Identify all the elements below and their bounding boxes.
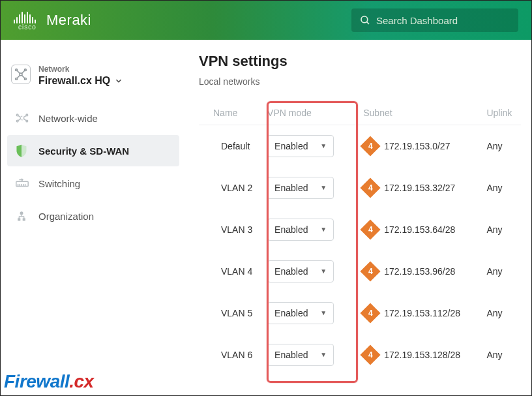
nav-label: Organization	[38, 211, 94, 222]
svg-point-6	[24, 78, 26, 80]
svg-rect-28	[18, 218, 20, 221]
vpn-mode-value: Enabled	[274, 224, 308, 235]
svg-point-0	[361, 16, 368, 23]
top-bar: cisco Meraki Search Dashboard	[1, 1, 531, 40]
svg-point-4	[24, 69, 26, 71]
uplink-value: Any	[486, 251, 521, 292]
vpn-mode-value: Enabled	[274, 308, 308, 318]
row-name: Default	[199, 125, 267, 167]
svg-point-5	[16, 78, 18, 80]
svg-line-8	[22, 71, 25, 74]
ipv4-badge-icon: 4	[361, 344, 381, 365]
watermark-part1: Firewall	[4, 371, 69, 391]
table-row: VLAN 3Enabled▼4172.19.153.64/28Any	[199, 209, 521, 251]
ipv4-badge-icon: 4	[361, 261, 381, 281]
col-uplink: Uplink	[486, 101, 521, 125]
nav-security-sdwan[interactable]: Security & SD-WAN	[7, 135, 179, 166]
nav-network-wide[interactable]: Network-wide	[7, 102, 179, 134]
vpn-mode-dropdown[interactable]: Enabled▼	[267, 302, 334, 324]
brand-logo: cisco Meraki	[14, 10, 91, 31]
vpn-mode-dropdown[interactable]: Enabled▼	[267, 135, 334, 157]
caret-down-icon: ▼	[320, 267, 327, 275]
nav-label: Security & SD-WAN	[38, 145, 129, 157]
subnet-value: 172.19.153.128/28	[384, 350, 460, 360]
table-row: DefaultEnabled▼4172.19.153.0/27Any	[199, 125, 521, 167]
vpn-mode-value: Enabled	[274, 183, 308, 193]
svg-point-15	[26, 120, 28, 122]
sidebar-nav: Network-wide Security & SD-WAN	[7, 102, 179, 232]
vpn-mode-dropdown[interactable]: Enabled▼	[267, 344, 334, 366]
svg-point-11	[20, 116, 24, 120]
vpn-mode-value: Enabled	[274, 141, 308, 151]
caret-down-icon: ▼	[320, 351, 327, 358]
col-name: Name	[199, 101, 267, 125]
search-icon	[359, 14, 371, 26]
subnet-value: 172.19.153.64/28	[384, 224, 455, 235]
row-name: VLAN 6	[199, 334, 267, 376]
vpn-mode-value: Enabled	[274, 350, 308, 360]
globe-nodes-icon	[15, 111, 33, 125]
nav-label: Network-wide	[38, 113, 98, 124]
svg-line-9	[18, 76, 20, 78]
caret-down-icon: ▼	[320, 142, 327, 149]
table-row: VLAN 5Enabled▼4172.19.153.112/28Any	[199, 292, 521, 334]
cisco-logo: cisco	[14, 10, 41, 31]
uplink-value: Any	[486, 125, 521, 167]
vpn-mode-dropdown[interactable]: Enabled▼	[267, 219, 334, 241]
organization-icon	[15, 209, 33, 222]
nav-organization[interactable]: Organization	[7, 200, 179, 232]
row-name: VLAN 2	[199, 167, 267, 209]
subnet-value: 172.19.153.96/28	[384, 266, 455, 277]
table-row: VLAN 4Enabled▼4172.19.153.96/28Any	[199, 251, 521, 292]
svg-point-3	[16, 69, 18, 71]
sidebar: Network Firewall.cx HQ	[1, 40, 186, 395]
svg-line-10	[22, 76, 25, 78]
uplink-value: Any	[486, 334, 521, 376]
uplink-value: Any	[486, 209, 521, 251]
svg-line-19	[23, 119, 26, 120]
ipv4-badge-icon: 4	[361, 177, 381, 198]
ipv4-badge-icon: 4	[361, 219, 381, 239]
svg-point-27	[20, 211, 23, 215]
row-name: VLAN 5	[199, 292, 267, 334]
cisco-bars-icon	[14, 10, 36, 23]
svg-point-12	[16, 114, 18, 116]
network-icon	[11, 65, 31, 84]
watermark: Firewall.cx	[4, 371, 94, 392]
page-title: VPN settings	[199, 53, 521, 70]
product-name: Meraki	[46, 12, 91, 29]
svg-line-1	[366, 22, 369, 24]
col-subnet: Subnet	[363, 101, 486, 125]
vpn-mode-value: Enabled	[274, 266, 308, 277]
row-name: VLAN 3	[199, 209, 267, 251]
watermark-part2: .cx	[69, 371, 93, 391]
vpn-mode-dropdown[interactable]: Enabled▼	[267, 260, 334, 282]
network-name: Firewall.cx HQ	[38, 75, 110, 87]
local-networks-table: Name VPN mode Subnet Uplink DefaultEnabl…	[199, 101, 521, 376]
main-content: VPN settings Local networks Name VPN mod…	[186, 40, 531, 395]
search-placeholder: Search Dashboard	[376, 15, 458, 26]
svg-point-14	[16, 120, 18, 122]
svg-line-18	[18, 119, 21, 120]
cisco-text: cisco	[18, 23, 37, 31]
row-name: VLAN 4	[199, 251, 267, 292]
network-selector[interactable]: Network Firewall.cx HQ	[11, 65, 179, 87]
nav-switching[interactable]: Switching	[7, 168, 179, 199]
chevron-down-icon	[114, 76, 123, 85]
ipv4-badge-icon: 4	[361, 136, 381, 156]
caret-down-icon: ▼	[320, 226, 327, 233]
uplink-value: Any	[486, 167, 521, 209]
svg-line-7	[18, 71, 20, 74]
vpn-mode-dropdown[interactable]: Enabled▼	[267, 177, 334, 199]
nav-label: Switching	[38, 178, 80, 189]
col-mode: VPN mode	[267, 101, 363, 125]
table-row: VLAN 6Enabled▼4172.19.153.128/28Any	[199, 334, 521, 376]
ipv4-badge-icon: 4	[361, 303, 381, 323]
svg-point-13	[26, 114, 28, 116]
network-label: Network	[38, 65, 123, 74]
search-input[interactable]: Search Dashboard	[351, 8, 518, 32]
svg-line-16	[18, 115, 21, 117]
table-row: VLAN 2Enabled▼4172.19.153.32/27Any	[199, 167, 521, 209]
svg-line-17	[23, 115, 26, 117]
switch-icon	[15, 177, 33, 189]
